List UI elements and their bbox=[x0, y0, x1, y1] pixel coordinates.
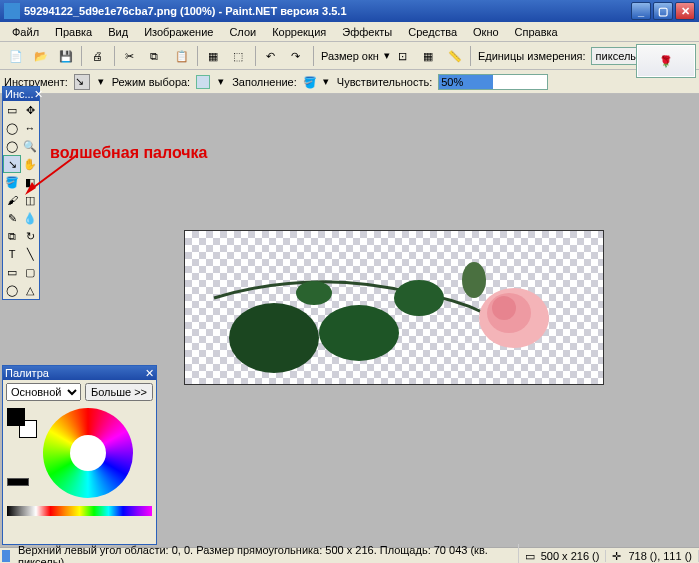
copy-button[interactable]: ⧉ bbox=[145, 45, 167, 67]
menu-image[interactable]: Изображение bbox=[136, 24, 221, 40]
tool-freeform[interactable]: △ bbox=[21, 281, 39, 299]
close-button[interactable]: ✕ bbox=[675, 2, 695, 20]
tool-move-pixels[interactable]: ↔ bbox=[21, 119, 39, 137]
deselect-icon: ⬚ bbox=[233, 50, 245, 62]
panel-close-icon[interactable]: ✕ bbox=[34, 88, 43, 101]
app-icon bbox=[4, 3, 20, 19]
color-wheel[interactable] bbox=[43, 408, 133, 498]
tool-recolor[interactable]: ↻ bbox=[21, 227, 39, 245]
size-dropdown[interactable]: ▾ bbox=[384, 49, 390, 62]
tool-options-bar: Инструмент: ↘ ▾ Режим выбора: ▾ Заполнен… bbox=[0, 70, 699, 94]
tool-text[interactable]: T bbox=[3, 245, 21, 263]
tool-rectangle[interactable]: ▭ bbox=[3, 263, 21, 281]
tool-zoom[interactable]: 🔍 bbox=[21, 137, 39, 155]
menu-file[interactable]: Файл bbox=[4, 24, 47, 40]
menubar: Файл Правка Вид Изображение Слои Коррекц… bbox=[0, 22, 699, 42]
tool-ellipse-select[interactable]: ◯ bbox=[3, 137, 21, 155]
canvas-content-rose bbox=[194, 238, 594, 378]
cut-icon: ✂ bbox=[125, 50, 137, 62]
grid-icon: ▦ bbox=[423, 50, 435, 62]
print-button[interactable]: 🖨 bbox=[87, 45, 109, 67]
tool-dropdown[interactable]: ▾ bbox=[96, 75, 106, 88]
image-thumbnail-panel[interactable]: 🌹 bbox=[636, 44, 696, 78]
tool-brush[interactable]: 🖌 bbox=[3, 191, 21, 209]
tool-magic-wand[interactable]: ↘ bbox=[3, 155, 21, 173]
paste-button[interactable]: 📋 bbox=[170, 45, 192, 67]
color-swatches-row[interactable] bbox=[7, 506, 152, 516]
menu-effects[interactable]: Эффекты bbox=[334, 24, 400, 40]
statusbar: Верхний левый угол области: 0, 0. Размер… bbox=[0, 547, 699, 563]
palette-panel-title: Палитра bbox=[5, 367, 49, 379]
window-title: 59294122_5d9e1e76cba7.png (100%) - Paint… bbox=[24, 5, 631, 17]
redo-button[interactable]: ↷ bbox=[286, 45, 308, 67]
color-mode-select[interactable]: Основной bbox=[6, 383, 81, 401]
rulers-button[interactable]: 📏 bbox=[443, 45, 465, 67]
menu-correction[interactable]: Коррекция bbox=[264, 24, 334, 40]
mode-dropdown[interactable]: ▾ bbox=[216, 75, 226, 88]
crop-button[interactable]: ▦ bbox=[203, 45, 225, 67]
status-cursor-pos: ✛ 718 (), 111 () bbox=[606, 550, 699, 562]
tools-panel-title: Инс... bbox=[5, 88, 34, 100]
size-icon: ▭ bbox=[525, 550, 537, 562]
crop-icon: ▦ bbox=[208, 50, 220, 62]
deselect-button[interactable]: ⬚ bbox=[228, 45, 250, 67]
fill-label: Заполнение: bbox=[232, 76, 297, 88]
new-file-button[interactable]: 📄 bbox=[4, 45, 26, 67]
tool-pan[interactable]: ✋ bbox=[21, 155, 39, 173]
grid-button[interactable]: ▦ bbox=[418, 45, 440, 67]
tool-clone[interactable]: ⧉ bbox=[3, 227, 21, 245]
fill-dropdown[interactable]: ▾ bbox=[321, 75, 331, 88]
current-tool-icon[interactable]: ↘ bbox=[74, 74, 90, 90]
menu-layers[interactable]: Слои bbox=[221, 24, 264, 40]
zoom-fit-icon: ⊡ bbox=[398, 50, 410, 62]
minimize-button[interactable]: _ bbox=[631, 2, 651, 20]
undo-button[interactable]: ↶ bbox=[261, 45, 283, 67]
separator bbox=[197, 46, 198, 66]
main-toolbar: 📄 📂 💾 🖨 ✂ ⧉ 📋 ▦ ⬚ ↶ ↷ Размер окн ▾ ⊡ ▦ 📏… bbox=[0, 42, 699, 70]
sensitivity-input[interactable] bbox=[438, 74, 548, 90]
tool-lasso[interactable]: ◯ bbox=[3, 119, 21, 137]
copy-icon: ⧉ bbox=[150, 50, 162, 62]
tool-line[interactable]: ╲ bbox=[21, 245, 39, 263]
window-titlebar: 59294122_5d9e1e76cba7.png (100%) - Paint… bbox=[0, 0, 699, 22]
selection-mode-replace[interactable] bbox=[196, 75, 210, 89]
maximize-button[interactable]: ▢ bbox=[653, 2, 673, 20]
panel-close-icon[interactable]: ✕ bbox=[145, 367, 154, 380]
tool-eraser[interactable]: ◫ bbox=[21, 191, 39, 209]
canvas[interactable] bbox=[184, 230, 604, 385]
menu-window[interactable]: Окно bbox=[465, 24, 507, 40]
zoom-fit-button[interactable]: ⊡ bbox=[393, 45, 415, 67]
tool-gradient[interactable]: ◧ bbox=[21, 173, 39, 191]
foreground-color-swatch[interactable] bbox=[7, 408, 25, 426]
svg-point-5 bbox=[296, 281, 332, 305]
menu-help[interactable]: Справка bbox=[507, 24, 566, 40]
palette-more-button[interactable]: Больше >> bbox=[85, 383, 153, 401]
tool-paint-bucket[interactable]: 🪣 bbox=[3, 173, 21, 191]
tool-rectangle-select[interactable]: ▭ bbox=[3, 101, 21, 119]
tool-move-selection[interactable]: ✥ bbox=[21, 101, 39, 119]
tool-ellipse[interactable]: ◯ bbox=[3, 281, 21, 299]
save-file-button[interactable]: 💾 bbox=[54, 45, 76, 67]
cut-button[interactable]: ✂ bbox=[120, 45, 142, 67]
menu-view[interactable]: Вид bbox=[100, 24, 136, 40]
sensitivity-label: Чувствительность: bbox=[337, 76, 432, 88]
cursor-icon: ✛ bbox=[612, 550, 624, 562]
redo-icon: ↷ bbox=[291, 50, 303, 62]
svg-point-3 bbox=[319, 305, 399, 361]
menu-edit[interactable]: Правка bbox=[47, 24, 100, 40]
tool-rounded-rect[interactable]: ▢ bbox=[21, 263, 39, 281]
current-color-strip bbox=[7, 478, 29, 486]
tools-panel-header[interactable]: Инс... ✕ bbox=[3, 87, 39, 101]
size-label: Размер окн bbox=[321, 50, 379, 62]
bucket-icon: 🪣 bbox=[303, 76, 315, 88]
status-region-info: Верхний левый угол области: 0, 0. Размер… bbox=[12, 544, 519, 564]
open-file-button[interactable]: 📂 bbox=[29, 45, 51, 67]
tool-color-picker[interactable]: 💧 bbox=[21, 209, 39, 227]
palette-panel: Палитра ✕ Основной Больше >> bbox=[2, 365, 157, 545]
menu-tools[interactable]: Средства bbox=[400, 24, 465, 40]
tool-pencil[interactable]: ✎ bbox=[3, 209, 21, 227]
separator bbox=[313, 46, 314, 66]
status-canvas-size: ▭ 500 x 216 () bbox=[519, 550, 607, 562]
palette-panel-header[interactable]: Палитра ✕ bbox=[3, 366, 156, 380]
fgbg-swatch[interactable] bbox=[7, 408, 37, 438]
